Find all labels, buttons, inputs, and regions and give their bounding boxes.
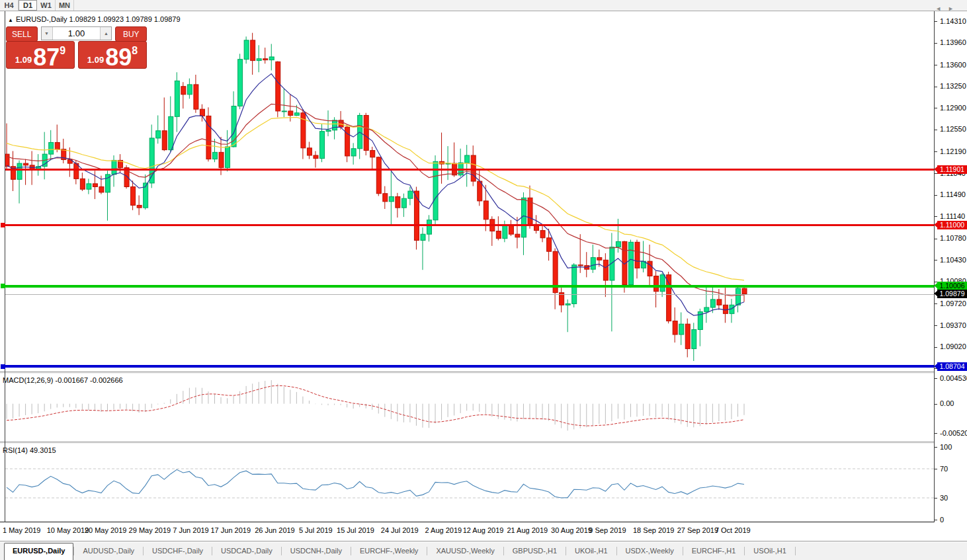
chart-tab-xauusd-weekly[interactable]: XAUUSD-,Weekly [427, 542, 503, 560]
price-chart-pane[interactable]: ▲EURUSD-,Daily1.098291.099231.097891.098… [0, 11, 934, 372]
tab-scroll-right-icon[interactable]: ► [948, 5, 960, 12]
time-axis-label: 27 Sep 2019 [677, 526, 718, 534]
quote-low: 1.09789 [126, 15, 152, 23]
axis-tick-mark [935, 404, 937, 405]
volume-increase-icon[interactable]: ▲ [100, 27, 111, 40]
sell-button[interactable]: SELL [6, 26, 38, 42]
line-drag-handle[interactable] [1, 223, 5, 227]
buy-price-display[interactable]: 1.09 89 8 [78, 41, 147, 69]
chart-tab-bar: EURUSD-,DailyAUDUSD-,DailyUSDCHF-,DailyU… [0, 542, 967, 560]
chart-tab-eurchf-h1[interactable]: EURCHF-,H1 [683, 542, 745, 560]
sell-price-display[interactable]: 1.09 87 9 [6, 41, 75, 69]
time-axis-label: 7 Oct 2019 [715, 526, 751, 534]
price-axis-tick: 1.12190 [940, 147, 966, 155]
rsi-label: RSI(14) 49.3015 [3, 446, 56, 454]
buy-button[interactable]: BUY [115, 26, 147, 42]
macd-axis-tick: 0.004536 [940, 374, 967, 382]
price-line-1.11901[interactable] [5, 169, 934, 171]
axis-tick-mark [935, 239, 937, 239]
time-axis-label: 24 Jul 2019 [381, 526, 419, 534]
axis-tick-mark [935, 108, 937, 108]
price-axis-tick: 1.13600 [940, 61, 966, 69]
price-axis-tick: 1.10780 [940, 234, 966, 242]
price-line-1.08704[interactable] [5, 365, 934, 368]
timeframe-button-mn[interactable]: MN [56, 0, 74, 11]
chart-tab-usdx-weekly[interactable]: USDX-,Weekly [617, 542, 683, 560]
chart-tab-usoil-h1[interactable]: USOil-,H1 [745, 542, 795, 560]
plot-left-border [5, 11, 5, 522]
axis-tick-mark [935, 325, 937, 326]
chart-tab-usdchf-daily[interactable]: USDCHF-,Daily [144, 542, 212, 560]
macd-axis-tick: -0.005205 [940, 429, 967, 437]
price-axis-tick: 1.14310 [940, 17, 966, 25]
time-axis-label: 12 Aug 2019 [463, 526, 504, 534]
price-axis-tick: 1.13250 [940, 82, 966, 90]
time-axis-label: 18 Sep 2019 [633, 526, 674, 534]
flag-notch [934, 291, 937, 296]
chart-tab-gbpusd-h1[interactable]: GBPUSD-,H1 [504, 542, 566, 560]
buy-price-sup: 8 [132, 45, 138, 57]
quote-high: 1.09923 [97, 15, 124, 23]
time-axis-label: 2 Aug 2019 [425, 526, 462, 534]
price-axis-tick: 1.11490 [940, 190, 966, 198]
axis-tick-mark [935, 347, 937, 348]
line-drag-handle[interactable] [1, 284, 5, 288]
time-axis-label: 5 Jul 2019 [299, 526, 333, 534]
macd-title: MACD(12,26,9) [3, 376, 53, 384]
rsi-axis-tick: 30 [940, 494, 948, 502]
timeframe-button-h4[interactable]: H4 [0, 0, 19, 11]
time-axis-label: 7 Jun 2019 [173, 526, 208, 534]
price-axis-tick: 1.09370 [940, 321, 966, 329]
chart-tab-eurchf-weekly[interactable]: EURCHF-,Weekly [351, 542, 427, 560]
price-line-label: 1.11000 [937, 221, 967, 229]
buy-price-big: 89 [105, 46, 132, 68]
macd-chart[interactable] [5, 374, 934, 442]
timeframe-button-d1[interactable]: D1 [19, 0, 37, 11]
macd-indicator-pane[interactable]: MACD(12,26,9) -0.001667 -0.002666 [0, 374, 934, 442]
trading-terminal-window: H4D1W1MN ▲EURUSD-,Daily1.098291.099231.0… [0, 0, 967, 560]
chart-tab-usdcnh-daily[interactable]: USDCNH-,Daily [282, 542, 351, 560]
chart-tab-ukoil-h1[interactable]: UKOil-,H1 [566, 542, 616, 560]
rsi-indicator-pane[interactable]: RSI(14) 49.3015 [0, 444, 934, 522]
line-drag-handle[interactable] [1, 364, 5, 369]
rsi-value: 49.3015 [30, 446, 56, 454]
sell-price-sup: 9 [60, 45, 65, 57]
buy-price-prefix: 1.09 [87, 55, 104, 65]
rsi-axis-tick: 100 [940, 443, 952, 451]
volume-stepper[interactable]: ▼ ▲ [41, 26, 112, 40]
chart-tab-eurusd-daily[interactable]: EURUSD-,Daily [4, 543, 73, 560]
flag-notch [934, 283, 937, 288]
macd-axis-tick: 0.00 [940, 399, 954, 407]
axis-tick-mark [935, 433, 937, 434]
collapse-panel-icon[interactable]: ▲ [8, 17, 13, 23]
timeframe-button-w1[interactable]: W1 [37, 0, 56, 11]
price-axis-tick: 1.10430 [940, 256, 966, 264]
quote-close: 1.09879 [154, 15, 181, 23]
axis-tick-mark [935, 447, 937, 448]
volume-decrease-icon[interactable]: ▼ [42, 27, 53, 40]
time-axis-label: 15 Jul 2019 [337, 526, 374, 534]
chart-tab-usdcad-daily[interactable]: USDCAD-,Daily [212, 542, 281, 560]
volume-input[interactable] [53, 27, 101, 40]
time-axis: 1 May 201910 May 201920 May 201929 May 2… [0, 522, 934, 541]
chart-header: ▲EURUSD-,Daily1.098291.099231.097891.098… [8, 15, 183, 23]
macd-label: MACD(12,26,9) -0.001667 -0.002666 [3, 376, 123, 384]
chart-tab-audusd-daily[interactable]: AUDUSD-,Daily [74, 542, 143, 560]
price-axis-tick: 1.13960 [940, 38, 966, 46]
price-line-1.10006[interactable] [5, 285, 934, 288]
rsi-chart[interactable] [5, 444, 934, 522]
tab-scroll-left-icon[interactable]: ◄ [935, 5, 948, 12]
price-line-label: 1.11901 [937, 165, 967, 174]
price-axis-tick: 1.09020 [940, 342, 966, 350]
price-axis-tick: 1.12550 [940, 125, 966, 133]
quote-open: 1.09829 [69, 15, 96, 23]
axis-tick-mark [935, 303, 937, 304]
time-axis-label: 1 May 2019 [3, 526, 40, 534]
axis-tick-mark [935, 87, 937, 87]
price-axis-tick: 1.09720 [940, 300, 966, 307]
price-line-label: 1.08704 [937, 362, 967, 371]
flag-notch [934, 222, 937, 227]
price-line-1.11000[interactable] [5, 224, 934, 226]
price-axis-tick: 1.12900 [940, 104, 966, 112]
axis-tick-mark [935, 195, 937, 196]
